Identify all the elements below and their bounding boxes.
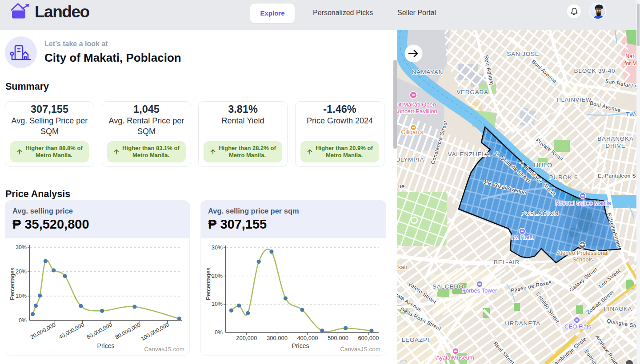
svg-text:DRIVE: DRIVE: [605, 142, 625, 149]
svg-text:PUROK 6: PUROK 6: [549, 174, 578, 181]
svg-text:Ayala Museum: Ayala Museum: [436, 354, 474, 361]
svg-text:40,000,000: 40,000,000: [58, 321, 85, 340]
svg-text:E. Pantaleon St: E. Pantaleon St: [598, 173, 637, 179]
svg-text:20%: 20%: [212, 273, 223, 279]
svg-text:500,000: 500,000: [328, 335, 348, 341]
svg-text:Novotel Suites Manila: Novotel Suites Manila: [555, 200, 611, 206]
svg-text:20%: 20%: [16, 269, 27, 275]
svg-text:300,000: 300,000: [267, 335, 288, 341]
svg-text:100,000,000: 100,000,000: [140, 321, 170, 342]
svg-text:CEO Flats: CEO Flats: [564, 323, 591, 330]
svg-text:400,000: 400,000: [297, 335, 318, 341]
svg-text:VERGARA: VERGARA: [456, 89, 488, 95]
svg-text:SAN JOSÉ: SAN JOSÉ: [507, 51, 539, 57]
svg-text:POBLACION: POBLACION: [521, 210, 559, 217]
svg-text:LEGAZPI: LEGAZPI: [402, 336, 430, 343]
svg-text:Percentages: Percentages: [205, 268, 212, 300]
svg-text:SALCEDO: SALCEDO: [432, 283, 464, 290]
svg-text:600,000: 600,000: [358, 335, 379, 341]
svg-text:30%: 30%: [212, 245, 223, 251]
svg-text:BARANGKA: BARANGKA: [597, 135, 633, 142]
svg-text:30%: 30%: [16, 244, 27, 250]
svg-text:kati: kati: [398, 264, 407, 270]
svg-text:Concert Pavillion: Concert Pavillion: [397, 108, 437, 115]
svg-text:Schools: Schools: [572, 256, 593, 263]
svg-text:CanvasJS.com: CanvasJS.com: [340, 346, 380, 352]
svg-text:Prices: Prices: [97, 342, 115, 349]
svg-text:HULO: HULO: [534, 162, 552, 169]
svg-text:for M: for M: [624, 60, 637, 67]
svg-text:I'M Hotel: I'M Hotel: [512, 234, 534, 241]
svg-text:BLOCK 39-40: BLOCK 39-40: [574, 67, 616, 74]
svg-text:10%: 10%: [16, 293, 27, 299]
svg-text:80,000,000: 80,000,000: [114, 321, 142, 340]
svg-text:Ateneo Professional: Ateneo Professional: [557, 249, 608, 256]
svg-text:NAMAYAN: NAMAYAN: [412, 69, 443, 75]
svg-text:PLAINVIEW: PLAINVIEW: [557, 96, 592, 103]
svg-text:200,000: 200,000: [236, 335, 257, 341]
svg-text:VALENZUELA: VALENZUELA: [448, 151, 490, 158]
svg-text:OLYMPIA: OLYMPIA: [397, 156, 424, 163]
svg-text:Prices: Prices: [292, 342, 309, 349]
svg-text:Percentages: Percentages: [9, 268, 16, 300]
svg-text:BEL-AIR: BEL-AIR: [494, 259, 520, 265]
svg-text:TWO: TWO: [625, 111, 637, 118]
svg-text:Forbes Tower: Forbes Tower: [462, 287, 497, 294]
svg-text:0%: 0%: [215, 329, 223, 336]
svg-text:CanvasJS.com: CanvasJS.com: [144, 346, 184, 352]
svg-text:10%: 10%: [212, 301, 223, 307]
svg-text:URDANETA: URDANETA: [505, 320, 540, 327]
svg-text:rcuit Makati Open: rcuit Makati Open: [397, 101, 436, 108]
svg-text:Nat: Nat: [625, 53, 634, 59]
svg-text:ue: ue: [398, 183, 404, 190]
svg-text:0%: 0%: [19, 317, 27, 324]
svg-text:PINAGKA: PINAGKA: [604, 305, 632, 312]
svg-text:60,000,000: 60,000,000: [86, 321, 113, 340]
svg-text:20,000,000: 20,000,000: [29, 321, 57, 340]
